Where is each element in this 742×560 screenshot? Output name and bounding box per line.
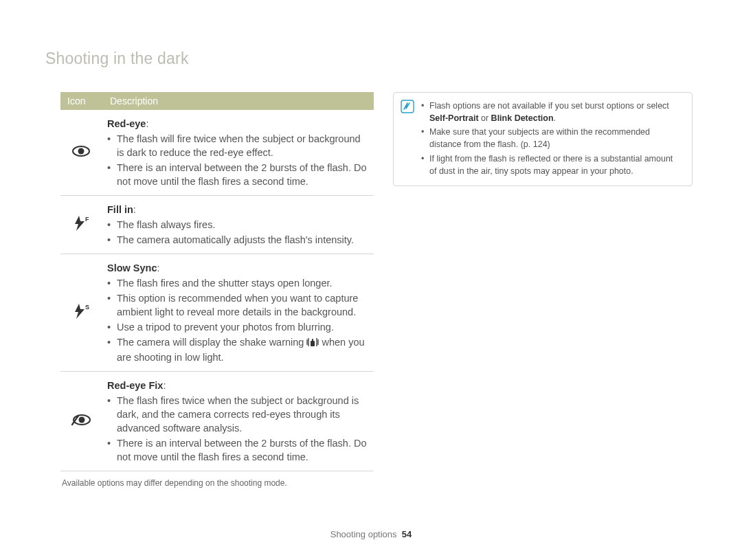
page-title: Shooting in the dark bbox=[45, 49, 189, 68]
footer-page-number: 54 bbox=[402, 529, 412, 539]
list-item: There is an interval between the 2 burst… bbox=[107, 161, 368, 188]
footer-label: Shooting options bbox=[330, 529, 397, 539]
svg-text:S: S bbox=[85, 304, 89, 311]
page-footer: Shooting options 54 bbox=[0, 529, 742, 539]
list-item: If light from the flash is reflected or … bbox=[421, 153, 682, 177]
table-row: FFill in:The flash always fires.The came… bbox=[60, 196, 374, 254]
row-label: Slow Sync bbox=[107, 262, 157, 273]
shake-warning-icon bbox=[306, 337, 319, 350]
right-column: Flash options are not available if you s… bbox=[393, 92, 693, 488]
list-item: The flash will fire twice when the subje… bbox=[107, 132, 368, 159]
content-columns: Icon Description Red-eye:The flash will … bbox=[60, 92, 693, 488]
flash-options-table: Icon Description Red-eye:The flash will … bbox=[60, 92, 374, 471]
footnote: Available options may differ depending o… bbox=[60, 478, 374, 488]
list-item: The flash always fires. bbox=[107, 218, 368, 232]
svg-text:F: F bbox=[85, 216, 89, 223]
description-list: The flash fires twice when the subject o… bbox=[107, 394, 368, 464]
note-icon bbox=[401, 100, 414, 117]
description-cell: Fill in:The flash always fires.The camer… bbox=[103, 196, 374, 254]
th-icon: Icon bbox=[60, 92, 103, 110]
table-row: SSlow Sync:The flash fires and the shutt… bbox=[60, 254, 374, 372]
table-row: Red-eye Fix:The flash fires twice when t… bbox=[60, 372, 374, 471]
row-label: Red-eye bbox=[107, 118, 146, 129]
slowsync-icon: S bbox=[60, 254, 103, 372]
description-cell: Red-eye:The flash will fire twice when t… bbox=[103, 110, 374, 196]
fillin-icon: F bbox=[60, 196, 103, 254]
list-item: Make sure that your subjects are within … bbox=[421, 126, 682, 150]
list-item: The camera will display the shake warnin… bbox=[107, 335, 368, 364]
list-item: Flash options are not available if you s… bbox=[421, 100, 682, 124]
list-item: The flash fires twice when the subject o… bbox=[107, 394, 368, 435]
description-list: The flash always fires.The camera automa… bbox=[107, 218, 368, 247]
description-list: The flash fires and the shutter stays op… bbox=[107, 276, 368, 364]
description-list: The flash will fire twice when the subje… bbox=[107, 132, 368, 188]
svg-point-5 bbox=[79, 416, 85, 423]
list-item: There is an interval between the 2 burst… bbox=[107, 436, 368, 464]
svg-point-1 bbox=[78, 148, 85, 154]
left-column: Icon Description Red-eye:The flash will … bbox=[60, 92, 374, 488]
list-item: Use a tripod to prevent your photos from… bbox=[107, 320, 368, 334]
list-item: The flash fires and the shutter stays op… bbox=[107, 276, 368, 290]
description-cell: Slow Sync:The flash fires and the shutte… bbox=[103, 254, 374, 372]
th-description: Description bbox=[103, 92, 374, 110]
table-row: Red-eye:The flash will fire twice when t… bbox=[60, 110, 374, 196]
note-list: Flash options are not available if you s… bbox=[421, 100, 682, 177]
note-box: Flash options are not available if you s… bbox=[393, 92, 693, 186]
description-cell: Red-eye Fix:The flash fires twice when t… bbox=[103, 372, 374, 471]
list-item: The camera automatically adjusts the fla… bbox=[107, 233, 368, 247]
redeyefix-icon bbox=[60, 372, 103, 471]
list-item: This option is recommended when you want… bbox=[107, 291, 368, 319]
table-body: Red-eye:The flash will fire twice when t… bbox=[60, 110, 374, 471]
row-label: Red-eye Fix bbox=[107, 380, 163, 391]
eye-icon bbox=[60, 110, 103, 196]
row-label: Fill in bbox=[107, 204, 133, 215]
